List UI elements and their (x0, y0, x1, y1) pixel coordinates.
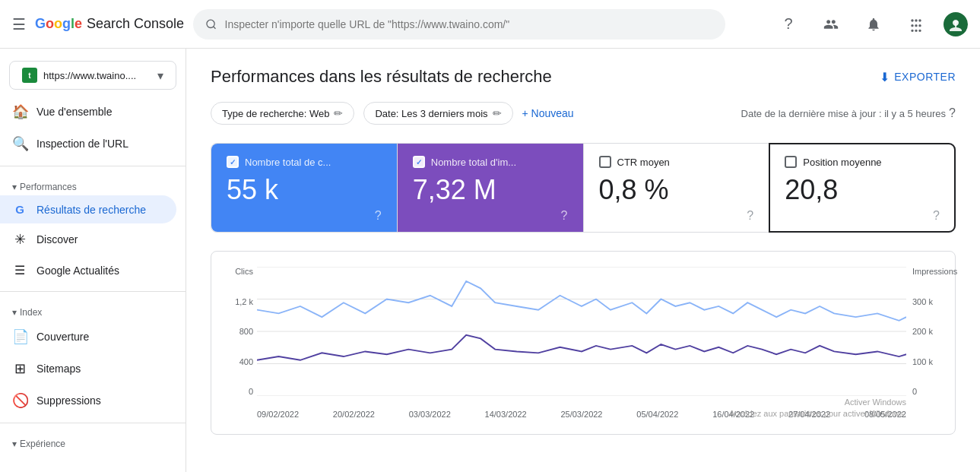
y-left-value: 1,2 k (227, 297, 253, 306)
export-button[interactable]: ⬇ EXPORTER (880, 70, 956, 84)
search-bar[interactable] (193, 9, 725, 40)
metric-value-position: 20,8 (785, 174, 940, 206)
google-icon: G (12, 203, 27, 216)
main-content: Performances dans les résultats de reche… (186, 49, 980, 472)
metric-label: Nombre total de c... (245, 157, 331, 168)
edit-icon: ✏ (334, 107, 343, 119)
logo: Google Search Console (35, 16, 184, 32)
y-right-value: 100 k (912, 357, 940, 366)
discover-icon: ✳ (12, 231, 27, 248)
page-title: Performances dans les résultats de reche… (211, 67, 552, 87)
search-sidebar-icon: 🔍 (12, 135, 27, 152)
metric-card-position[interactable]: Position moyenne 20,8 ? (769, 144, 955, 232)
update-text: Date de la dernière mise à jour : il y a… (741, 106, 956, 120)
metric-label: Nombre total d'im... (431, 157, 516, 168)
sidebar-item-label: Suppressions (36, 394, 101, 407)
info-icon[interactable]: ? (949, 106, 956, 120)
avatar[interactable]: T (944, 12, 968, 36)
chart-container: Clics 1,2 k 800 400 0 (211, 251, 956, 435)
chevron-down-icon: ▾ (157, 68, 163, 83)
content-header: Performances dans les résultats de reche… (211, 67, 956, 87)
svg-point-0 (207, 20, 214, 27)
file-icon: 📄 (12, 328, 27, 345)
sidebar-item-label: Sitemaps (36, 363, 81, 375)
sidebar-item-vue-ensemble[interactable]: 🏠 Vue d'ensemble (0, 96, 176, 128)
sitemap-icon: ⊞ (12, 360, 27, 377)
sidebar-item-couverture[interactable]: 📄 Couverture (0, 321, 176, 353)
accounts-icon[interactable] (816, 9, 846, 40)
sidebar-item-resultats-recherche[interactable]: G Résultats de recherche (0, 195, 176, 223)
metric-label: Position moyenne (803, 157, 881, 168)
grid-icon[interactable] (901, 9, 931, 40)
sidebar-item-sitemaps[interactable]: ⊞ Sitemaps (0, 353, 176, 385)
info-icon[interactable]: ? (933, 209, 940, 223)
sidebar-item-suppressions[interactable]: 🚫 Suppressions (0, 385, 176, 417)
y-right-value: 200 k (912, 327, 940, 336)
sidebar-item-label: Couverture (36, 331, 89, 343)
info-icon[interactable]: ? (747, 209, 753, 223)
y-axis-left: Clics 1,2 k 800 400 0 (227, 267, 253, 396)
home-icon: 🏠 (12, 103, 27, 120)
checkbox-impressions[interactable] (413, 156, 425, 168)
metric-cards: Nombre total de c... 55 k ? Nombre total… (211, 143, 956, 233)
filter-date-chip[interactable]: Date: Les 3 derniers mois ✏ (363, 102, 512, 125)
divider (0, 423, 186, 423)
topbar: ☰ Google Search Console ? T (0, 0, 980, 49)
info-icon[interactable]: ? (561, 209, 568, 223)
windows-watermark: Activer Windows Accédez aux paramètres p… (729, 397, 906, 419)
download-icon: ⬇ (880, 70, 890, 84)
filter-type-chip[interactable]: Type de recherche: Web ✏ (211, 102, 354, 125)
sidebar-item-label: Discover (36, 233, 78, 246)
sidebar-item-inspection-url[interactable]: 🔍 Inspection de l'URL (0, 128, 176, 160)
svg-line-1 (214, 26, 216, 28)
y-left-value: 800 (227, 327, 253, 336)
y-axis-right: Impressions 300 k 200 k 100 k 0 (909, 267, 940, 396)
chevron-icon: ▾ (12, 182, 17, 192)
metric-card-impressions[interactable]: Nombre total d'im... 7,32 M ? (398, 144, 584, 232)
menu-icon[interactable]: ☰ (12, 15, 26, 33)
site-name: https://www.twaino.... (43, 70, 151, 81)
filter-type-label: Type de recherche: Web (222, 108, 329, 119)
checkbox-ctr[interactable] (599, 156, 611, 168)
site-selector[interactable]: t https://www.twaino.... ▾ (9, 61, 176, 90)
metric-value-impressions: 7,32 M (413, 174, 568, 206)
filter-date-label: Date: Les 3 derniers mois (375, 108, 487, 119)
sidebar-item-label: Inspection de l'URL (36, 138, 128, 150)
metric-card-clics[interactable]: Nombre total de c... 55 k ? (211, 144, 398, 232)
y-left-value: 400 (227, 357, 253, 366)
metric-value-clics: 55 k (227, 174, 382, 206)
bell-icon[interactable] (858, 9, 889, 40)
checkbox-position[interactable] (785, 156, 797, 168)
chevron-icon: ▾ (12, 307, 17, 318)
sidebar: t https://www.twaino.... ▾ 🏠 Vue d'ensem… (0, 49, 186, 472)
divider (0, 166, 186, 166)
metric-label: CTR moyen (617, 157, 670, 168)
topbar-icons: ? T (773, 9, 968, 40)
y-right-label: Impressions (912, 267, 940, 276)
section-performances: ▾ Performances (0, 173, 186, 195)
news-icon: ☰ (12, 263, 27, 277)
new-button[interactable]: + Nouveau (522, 107, 574, 119)
svg-text:T: T (953, 20, 959, 29)
checkbox-clics[interactable] (227, 156, 239, 168)
sidebar-item-discover[interactable]: ✳ Discover (0, 223, 176, 255)
search-input[interactable] (225, 18, 714, 30)
help-icon[interactable]: ? (773, 9, 804, 40)
sidebar-item-label: Vue d'ensemble (36, 106, 112, 118)
metric-card-ctr[interactable]: CTR moyen 0,8 % ? (584, 144, 770, 232)
edit-icon: ✏ (493, 107, 502, 119)
chart-svg (257, 267, 906, 396)
sidebar-item-label: Google Actualités (36, 265, 119, 277)
chart-area: Clics 1,2 k 800 400 0 (227, 267, 940, 419)
y-right-value: 300 k (912, 297, 940, 306)
filters-row: Type de recherche: Web ✏ Date: Les 3 der… (211, 102, 956, 125)
search-icon (205, 18, 217, 30)
y-left-value: 0 (227, 387, 253, 396)
info-icon[interactable]: ? (375, 209, 382, 223)
divider (0, 291, 186, 292)
section-experience: ▾ Expérience (0, 429, 186, 452)
y-right-value: 0 (912, 387, 940, 396)
site-icon: t (22, 68, 37, 83)
y-left-label: Clics (227, 267, 253, 276)
sidebar-item-google-actualites[interactable]: ☰ Google Actualités (0, 255, 176, 285)
